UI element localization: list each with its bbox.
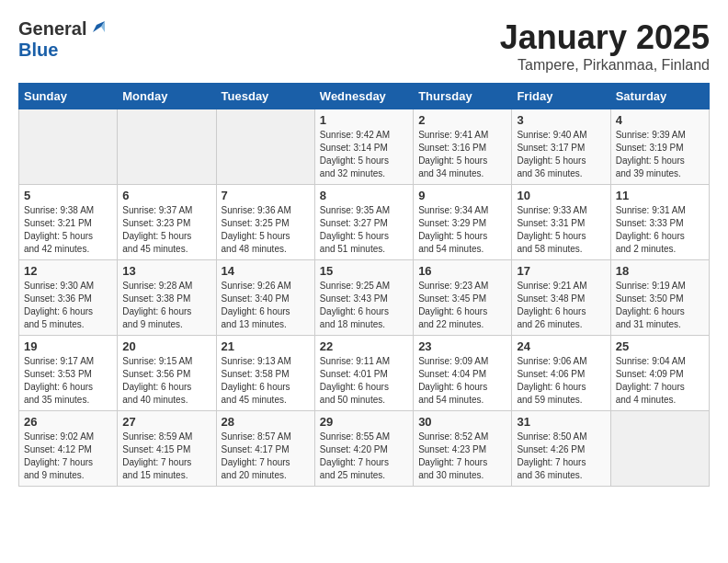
day-info: Sunrise: 9:30 AM Sunset: 3:36 PM Dayligh…: [24, 280, 112, 331]
day-number: 5: [24, 189, 112, 202]
calendar-week-row: 12Sunrise: 9:30 AM Sunset: 3:36 PM Dayli…: [19, 260, 710, 336]
table-row: 26Sunrise: 9:02 AM Sunset: 4:12 PM Dayli…: [19, 411, 118, 487]
table-row: 23Sunrise: 9:09 AM Sunset: 4:04 PM Dayli…: [414, 336, 512, 411]
day-info: Sunrise: 9:17 AM Sunset: 3:53 PM Dayligh…: [24, 355, 112, 407]
header-wednesday: Wednesday: [314, 84, 413, 109]
table-row: [216, 109, 314, 185]
table-row: 7Sunrise: 9:36 AM Sunset: 3:25 PM Daylig…: [216, 185, 314, 260]
day-info: Sunrise: 9:23 AM Sunset: 3:45 PM Dayligh…: [418, 280, 506, 331]
day-number: 11: [616, 189, 704, 202]
day-info: Sunrise: 9:06 AM Sunset: 4:06 PM Dayligh…: [517, 355, 605, 407]
day-number: 21: [222, 339, 310, 353]
table-row: 11Sunrise: 9:31 AM Sunset: 3:33 PM Dayli…: [610, 185, 709, 260]
day-info: Sunrise: 9:04 AM Sunset: 4:09 PM Dayligh…: [616, 355, 704, 407]
day-info: Sunrise: 9:15 AM Sunset: 3:56 PM Dayligh…: [122, 355, 210, 407]
calendar-header-row: Sunday Monday Tuesday Wednesday Thursday…: [19, 84, 710, 109]
table-row: 25Sunrise: 9:04 AM Sunset: 4:09 PM Dayli…: [610, 336, 709, 411]
table-row: 8Sunrise: 9:35 AM Sunset: 3:27 PM Daylig…: [314, 185, 413, 260]
day-info: Sunrise: 9:33 AM Sunset: 3:31 PM Dayligh…: [517, 204, 605, 256]
day-info: Sunrise: 9:26 AM Sunset: 3:40 PM Dayligh…: [222, 280, 310, 331]
day-number: 20: [122, 339, 210, 353]
table-row: 13Sunrise: 9:28 AM Sunset: 3:38 PM Dayli…: [118, 260, 216, 336]
day-number: 27: [122, 415, 210, 429]
table-row: 4Sunrise: 9:39 AM Sunset: 3:19 PM Daylig…: [610, 109, 709, 185]
table-row: 18Sunrise: 9:19 AM Sunset: 3:50 PM Dayli…: [610, 260, 709, 336]
table-row: 21Sunrise: 9:13 AM Sunset: 3:58 PM Dayli…: [216, 336, 314, 411]
day-info: Sunrise: 9:13 AM Sunset: 3:58 PM Dayligh…: [222, 355, 310, 407]
table-row: 29Sunrise: 8:55 AM Sunset: 4:20 PM Dayli…: [314, 411, 413, 487]
page-header: General Blue January 2025 Tampere, Pirka…: [18, 18, 710, 74]
day-info: Sunrise: 8:50 AM Sunset: 4:26 PM Dayligh…: [517, 431, 605, 482]
day-info: Sunrise: 9:36 AM Sunset: 3:25 PM Dayligh…: [222, 204, 310, 256]
day-number: 4: [616, 113, 704, 127]
day-number: 2: [418, 113, 506, 127]
day-info: Sunrise: 9:09 AM Sunset: 4:04 PM Dayligh…: [418, 355, 506, 407]
day-number: 3: [517, 113, 605, 127]
table-row: 1Sunrise: 9:42 AM Sunset: 3:14 PM Daylig…: [314, 109, 413, 185]
table-row: 15Sunrise: 9:25 AM Sunset: 3:43 PM Dayli…: [314, 260, 413, 336]
day-info: Sunrise: 9:39 AM Sunset: 3:19 PM Dayligh…: [616, 129, 704, 180]
table-row: 17Sunrise: 9:21 AM Sunset: 3:48 PM Dayli…: [512, 260, 610, 336]
logo: General Blue: [18, 18, 105, 61]
day-number: 10: [517, 189, 605, 202]
day-info: Sunrise: 9:21 AM Sunset: 3:48 PM Dayligh…: [517, 280, 605, 331]
table-row: 3Sunrise: 9:40 AM Sunset: 3:17 PM Daylig…: [512, 109, 610, 185]
table-row: 14Sunrise: 9:26 AM Sunset: 3:40 PM Dayli…: [216, 260, 314, 336]
calendar-week-row: 19Sunrise: 9:17 AM Sunset: 3:53 PM Dayli…: [19, 336, 710, 411]
table-row: 24Sunrise: 9:06 AM Sunset: 4:06 PM Dayli…: [512, 336, 610, 411]
day-number: 19: [24, 339, 112, 353]
day-info: Sunrise: 9:25 AM Sunset: 3:43 PM Dayligh…: [320, 280, 408, 331]
day-info: Sunrise: 9:38 AM Sunset: 3:21 PM Dayligh…: [24, 204, 112, 256]
table-row: 27Sunrise: 8:59 AM Sunset: 4:15 PM Dayli…: [118, 411, 216, 487]
day-number: 14: [222, 264, 310, 278]
day-number: 12: [24, 264, 112, 278]
title-block: January 2025 Tampere, Pirkanmaa, Finland: [500, 18, 710, 74]
table-row: 12Sunrise: 9:30 AM Sunset: 3:36 PM Dayli…: [19, 260, 118, 336]
month-year-title: January 2025: [500, 18, 710, 57]
day-number: 8: [320, 189, 408, 202]
day-number: 13: [122, 264, 210, 278]
day-info: Sunrise: 9:02 AM Sunset: 4:12 PM Dayligh…: [24, 431, 112, 482]
day-number: 16: [418, 264, 506, 278]
table-row: 5Sunrise: 9:38 AM Sunset: 3:21 PM Daylig…: [19, 185, 118, 260]
table-row: 30Sunrise: 8:52 AM Sunset: 4:23 PM Dayli…: [414, 411, 512, 487]
day-number: 29: [320, 415, 408, 429]
table-row: [19, 109, 118, 185]
day-info: Sunrise: 9:42 AM Sunset: 3:14 PM Dayligh…: [320, 129, 408, 180]
table-row: 22Sunrise: 9:11 AM Sunset: 4:01 PM Dayli…: [314, 336, 413, 411]
header-friday: Friday: [512, 84, 610, 109]
table-row: 2Sunrise: 9:41 AM Sunset: 3:16 PM Daylig…: [414, 109, 512, 185]
table-row: 16Sunrise: 9:23 AM Sunset: 3:45 PM Dayli…: [414, 260, 512, 336]
location-subtitle: Tampere, Pirkanmaa, Finland: [500, 57, 710, 74]
day-number: 22: [320, 339, 408, 353]
table-row: 9Sunrise: 9:34 AM Sunset: 3:29 PM Daylig…: [414, 185, 512, 260]
day-info: Sunrise: 9:34 AM Sunset: 3:29 PM Dayligh…: [418, 204, 506, 256]
day-info: Sunrise: 8:57 AM Sunset: 4:17 PM Dayligh…: [222, 431, 310, 482]
day-number: 15: [320, 264, 408, 278]
table-row: 20Sunrise: 9:15 AM Sunset: 3:56 PM Dayli…: [118, 336, 216, 411]
day-info: Sunrise: 8:59 AM Sunset: 4:15 PM Dayligh…: [122, 431, 210, 482]
day-number: 28: [222, 415, 310, 429]
day-number: 30: [418, 415, 506, 429]
day-number: 6: [122, 189, 210, 202]
logo-blue-text: Blue: [18, 40, 58, 60]
day-number: 9: [418, 189, 506, 202]
day-number: 23: [418, 339, 506, 353]
day-number: 17: [517, 264, 605, 278]
day-number: 24: [517, 339, 605, 353]
table-row: [118, 109, 216, 185]
table-row: 10Sunrise: 9:33 AM Sunset: 3:31 PM Dayli…: [512, 185, 610, 260]
day-number: 25: [616, 339, 704, 353]
day-info: Sunrise: 9:41 AM Sunset: 3:16 PM Dayligh…: [418, 129, 506, 180]
day-number: 18: [616, 264, 704, 278]
day-info: Sunrise: 8:55 AM Sunset: 4:20 PM Dayligh…: [320, 431, 408, 482]
day-info: Sunrise: 9:19 AM Sunset: 3:50 PM Dayligh…: [616, 280, 704, 331]
table-row: 31Sunrise: 8:50 AM Sunset: 4:26 PM Dayli…: [512, 411, 610, 487]
day-info: Sunrise: 9:37 AM Sunset: 3:23 PM Dayligh…: [122, 204, 210, 256]
day-number: 31: [517, 415, 605, 429]
day-number: 7: [222, 189, 310, 202]
logo-general-text: General: [18, 18, 86, 40]
header-tuesday: Tuesday: [216, 84, 314, 109]
header-thursday: Thursday: [414, 84, 512, 109]
day-number: 1: [320, 113, 408, 127]
